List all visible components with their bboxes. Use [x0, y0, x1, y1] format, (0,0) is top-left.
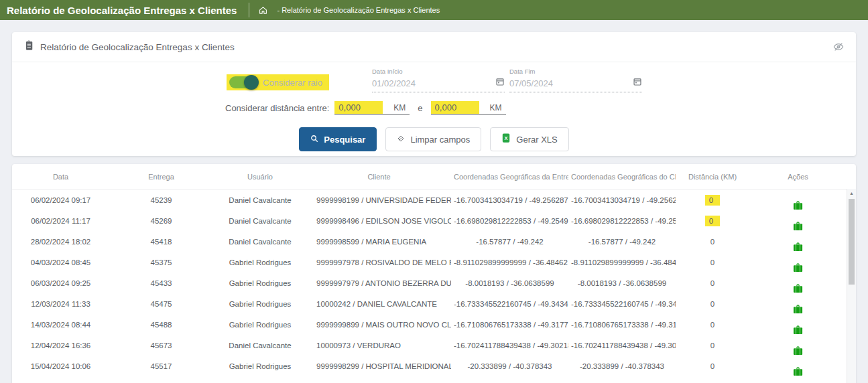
cell-distancia: 0: [676, 294, 749, 315]
cell-cliente: 9999998496 / EDILSON JOSE VIGOLO ME: [307, 211, 451, 232]
col-header-usuario: Usuário: [213, 164, 307, 190]
hide-panel-icon[interactable]: [833, 42, 844, 52]
cell-acoes: [749, 356, 847, 377]
delivery-briefcase-icon[interactable]: [793, 284, 803, 294]
toggle-knob: [244, 75, 259, 90]
cell-coord-cliente: -16.7003413034719 / -49.2562877: [568, 190, 676, 211]
cell-usuario: Gabriel Rodrigues: [213, 252, 307, 273]
consider-radius-toggle[interactable]: [229, 76, 257, 88]
col-header-entrega: Entrega: [109, 164, 213, 190]
search-icon: [310, 135, 318, 145]
generate-xls-button[interactable]: X Gerar XLS: [490, 127, 568, 151]
cell-cliente: 9999999899 / MAIS OUTRO NOVO CLIENTE: [307, 315, 451, 335]
distance-value: 0: [710, 279, 715, 287]
distance-value: 0: [710, 321, 715, 329]
cell-coord-cliente: -16.698029812222853 / -49.25490: [568, 211, 676, 232]
distance-max-unit: KM: [479, 103, 506, 114]
eraser-icon: [397, 135, 405, 145]
cell-distancia: 0: [676, 315, 749, 335]
delivery-briefcase-icon[interactable]: [793, 346, 803, 356]
header-divider: [249, 3, 249, 17]
delivery-briefcase-icon[interactable]: [793, 305, 803, 315]
cell-data: 06/02/2024 09:17: [12, 190, 109, 211]
distance-max-input[interactable]: 0,000: [431, 101, 479, 114]
cell-data: 06/02/2024 11:17: [12, 211, 109, 232]
breadcrumb: - Relatório de Geolocalização Entregas x…: [277, 6, 440, 14]
results-table: Data Entrega Usuário Cliente Coordenadas…: [12, 164, 847, 377]
cell-entrega: 45418: [109, 232, 213, 252]
cell-usuario: Daniel Cavalcante: [213, 211, 307, 232]
date-start-label: Data Início: [372, 68, 505, 75]
date-start-value: 01/02/2024: [372, 78, 416, 88]
scroll-up-arrow-icon[interactable]: ▲: [847, 189, 856, 198]
home-icon[interactable]: [259, 6, 267, 15]
calendar-icon[interactable]: [633, 77, 642, 89]
cell-coord-entrega: -8.0018193 / -36.0638599: [451, 273, 568, 294]
report-filter-panel: Relatório de Geolocalização Entregas x C…: [12, 32, 856, 156]
consider-radius-toggle-group[interactable]: Considerar raio: [227, 74, 329, 90]
table-scrollbar[interactable]: ▲: [847, 189, 856, 383]
cell-coord-cliente: -20.333899 / -40.378343: [568, 356, 676, 377]
delivery-briefcase-icon[interactable]: [793, 367, 803, 377]
cell-data: 14/03/2024 08:44: [12, 315, 109, 335]
delivery-briefcase-icon[interactable]: [793, 222, 803, 232]
cell-coord-entrega: -16.710806765173338 / -49.31778: [451, 315, 568, 335]
search-button[interactable]: Pesquisar: [299, 127, 377, 151]
clear-fields-button[interactable]: Limpar campos: [385, 127, 481, 151]
cell-distancia: 0: [676, 190, 749, 211]
table-row: 28/02/2024 18:02 45418 Daniel Cavalcante…: [12, 232, 847, 252]
cell-entrega: 45239: [109, 190, 213, 211]
date-end-field[interactable]: Data Fim 07/05/2024: [509, 68, 642, 92]
cell-entrega: 45517: [109, 356, 213, 377]
cell-coord-cliente: -16.710806765173338 / -49.317788: [568, 315, 676, 335]
distance-value: 0: [710, 362, 715, 370]
svg-text:X: X: [505, 135, 508, 141]
cell-acoes: [749, 252, 847, 273]
col-header-coord-entrega: Coordenadas Geográficas da Entreg: [451, 164, 568, 190]
cell-distancia: 0: [676, 211, 749, 232]
delivery-briefcase-icon[interactable]: [793, 242, 803, 252]
cell-coord-entrega: -16.7003413034719 / -49.256287: [451, 190, 568, 211]
col-header-data: Data: [12, 164, 109, 190]
cell-usuario: Daniel Cavalcante: [213, 190, 307, 211]
cell-acoes: [749, 294, 847, 315]
distance-conjunction: e: [418, 103, 422, 113]
cell-data: 12/03/2024 11:33: [12, 294, 109, 315]
distance-value: 0: [705, 195, 720, 206]
distance-value: 0: [710, 341, 715, 350]
delivery-briefcase-icon[interactable]: [793, 263, 803, 273]
col-header-acoes: Ações: [749, 164, 847, 190]
delivery-briefcase-icon[interactable]: [793, 325, 803, 335]
cell-entrega: 45433: [109, 273, 213, 294]
distance-filter-row: Considerar distância entre: 0,000 KM e 0…: [225, 101, 511, 114]
app-title: Relatório de Geolocalização Entregas x C…: [7, 5, 237, 16]
cell-coord-entrega: -20.333899 / -40.378343: [451, 356, 568, 377]
delivery-briefcase-icon[interactable]: [793, 201, 803, 210]
date-start-field[interactable]: Data Início 01/02/2024: [372, 68, 505, 92]
calendar-icon[interactable]: [495, 77, 505, 89]
table-row: 12/03/2024 11:33 45475 Gabriel Rodrigues…: [12, 294, 847, 315]
cell-coord-cliente: -16.57877 / -49.242: [568, 232, 676, 252]
table-row: 06/02/2024 11:17 45269 Daniel Cavalcante…: [12, 211, 847, 232]
cell-entrega: 45488: [109, 315, 213, 335]
xls-file-icon: X: [501, 133, 511, 145]
scrollbar-thumb[interactable]: [849, 199, 855, 285]
cell-coord-entrega: -16.733345522160745 / -49.3434: [451, 294, 568, 315]
panel-header: Relatório de Geolocalização Entregas x C…: [12, 32, 856, 62]
distance-max-field: 0,000 KM: [431, 101, 506, 114]
distance-min-field: 0,000 KM: [334, 101, 410, 114]
cell-distancia: 0: [676, 252, 749, 273]
cell-usuario: Gabriel Rodrigues: [213, 294, 307, 315]
distance-label: Considerar distância entre:: [225, 103, 329, 113]
distance-min-input[interactable]: 0,000: [334, 101, 383, 114]
col-header-distancia: Distância (KM): [676, 164, 749, 190]
cell-data: 15/04/2024 10:06: [12, 356, 109, 377]
cell-distancia: 0: [676, 356, 749, 377]
cell-coord-entrega: -16.702411788439438 / -49.30218: [451, 335, 568, 356]
filter-buttons-row: Pesquisar Limpar campos X Gerar XLS: [12, 127, 856, 151]
cell-data: 28/02/2024 18:02: [12, 232, 109, 252]
cell-coord-cliente: -16.733345522160745 / -49.34347: [568, 294, 676, 315]
distance-value: 0: [705, 216, 720, 226]
table-header-row: Data Entrega Usuário Cliente Coordenadas…: [12, 164, 847, 190]
cell-cliente: 9999998599 / MARIA EUGENIA: [307, 232, 451, 252]
